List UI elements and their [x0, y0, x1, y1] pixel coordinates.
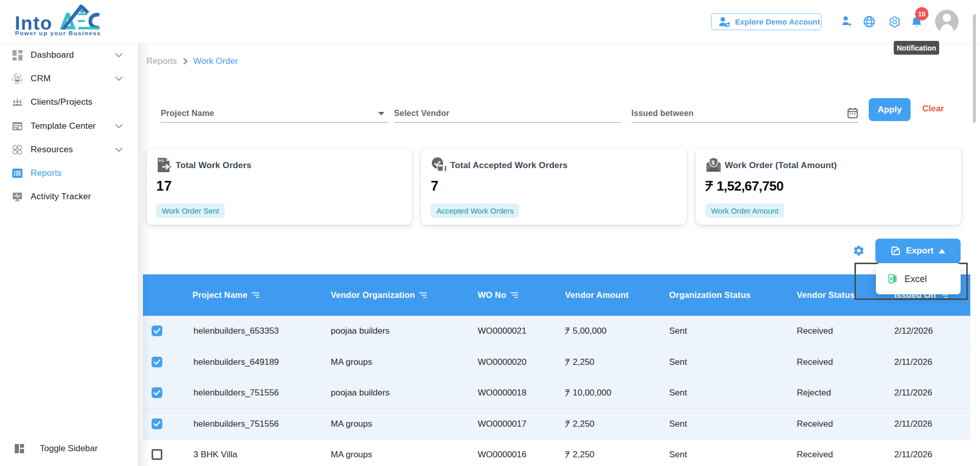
- svg-text:P.O: P.O: [159, 159, 164, 162]
- svg-text:$: $: [712, 159, 715, 166]
- svg-text:Power up your Business: Power up your Business: [15, 30, 101, 37]
